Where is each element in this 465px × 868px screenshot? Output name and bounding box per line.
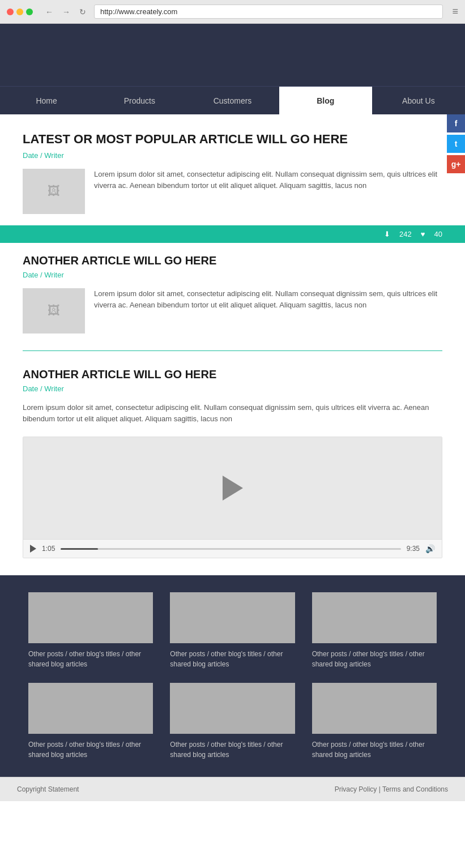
url-bar[interactable]	[94, 5, 443, 19]
related-label-2: Other posts / other blog's titles / othe…	[170, 649, 295, 669]
googleplus-button[interactable]: g+	[447, 155, 465, 173]
browser-menu-button[interactable]: ≡	[452, 6, 458, 18]
article-1-body: 🖼 Lorem ipsum dolor sit amet, consectetu…	[23, 169, 442, 214]
related-thumb-1	[28, 592, 153, 643]
related-label-6: Other posts / other blog's titles / othe…	[312, 739, 437, 760]
image-placeholder-icon-2: 🖼	[48, 303, 60, 318]
article-1-text: LATEST OR MOST POPULAR ARTICLE WILL GO H…	[23, 131, 442, 214]
nav-item-home[interactable]: Home	[0, 87, 93, 114]
article-2: ANOTHER ARTICLE WILL GO HERE Date / Writ…	[23, 254, 442, 333]
volume-icon[interactable]: 🔊	[425, 544, 435, 553]
footer-related: Other posts / other blog's titles / othe…	[0, 575, 465, 777]
related-thumb-5	[170, 683, 295, 734]
article-2-thumbnail: 🖼	[23, 288, 85, 333]
related-label-3: Other posts / other blog's titles / othe…	[312, 649, 437, 669]
video-main-area[interactable]	[23, 437, 442, 539]
current-time: 1:05	[42, 545, 55, 553]
progress-bar[interactable]	[61, 548, 400, 550]
download-icon: ⬇	[384, 230, 390, 238]
browser-chrome: ← → ↻ ≡	[0, 0, 465, 24]
refresh-button[interactable]: ↻	[76, 6, 89, 18]
image-placeholder-icon: 🖼	[48, 184, 60, 199]
related-thumb-2	[170, 592, 295, 643]
heart-icon: ♥	[421, 230, 425, 238]
article-2-body: 🖼 Lorem ipsum dolor sit amet, consectetu…	[23, 288, 442, 333]
nav-item-customers[interactable]: Customers	[186, 87, 279, 114]
forward-button[interactable]: →	[59, 6, 74, 18]
browser-navigation: ← → ↻	[42, 6, 89, 18]
related-posts-grid: Other posts / other blog's titles / othe…	[28, 592, 437, 760]
privacy-policy-link[interactable]: Privacy Policy	[335, 785, 377, 793]
article-2-title: ANOTHER ARTICLE WILL GO HERE	[23, 254, 442, 267]
article-2-body-text: Lorem ipsum dolor sit amet, consectetur …	[94, 288, 442, 333]
article-3-meta[interactable]: Date / Writer	[23, 384, 442, 393]
facebook-button[interactable]: f	[447, 114, 465, 132]
stats-bar: ⬇ 242 ♥ 40	[0, 225, 465, 243]
hero-banner	[0, 24, 465, 86]
twitter-button[interactable]: t	[447, 135, 465, 153]
play-button-large[interactable]	[223, 476, 243, 501]
navigation-bar: Home Products Customers Blog About Us	[0, 86, 465, 114]
related-thumb-3	[312, 592, 437, 643]
related-post-3[interactable]: Other posts / other blog's titles / othe…	[312, 592, 437, 669]
article-3-body-text: Lorem ipsum dolor sit amet, consectetur …	[23, 402, 442, 426]
maximize-dot[interactable]	[26, 8, 33, 15]
article-1-thumbnail: 🖼	[23, 169, 85, 214]
social-icons: f t g+	[447, 114, 465, 173]
related-label-4: Other posts / other blog's titles / othe…	[28, 739, 153, 760]
related-post-2[interactable]: Other posts / other blog's titles / othe…	[170, 592, 295, 669]
minimize-dot[interactable]	[16, 8, 23, 15]
article-1: LATEST OR MOST POPULAR ARTICLE WILL GO H…	[23, 131, 442, 214]
progress-fill	[61, 548, 98, 550]
related-label-5: Other posts / other blog's titles / othe…	[170, 739, 295, 760]
related-post-6[interactable]: Other posts / other blog's titles / othe…	[312, 683, 437, 760]
article-1-body-text: Lorem ipsum dolor sit amet, consectetur …	[94, 169, 442, 214]
bottom-bar: Copyright Statement Privacy Policy | Ter…	[0, 777, 465, 801]
related-post-1[interactable]: Other posts / other blog's titles / othe…	[28, 592, 153, 669]
footer-links: Privacy Policy | Terms and Conditions	[335, 785, 448, 793]
browser-traffic-lights	[7, 8, 33, 15]
article-divider	[23, 350, 442, 351]
close-dot[interactable]	[7, 8, 14, 15]
nav-item-about[interactable]: About Us	[372, 87, 465, 114]
related-label-1: Other posts / other blog's titles / othe…	[28, 649, 153, 669]
main-content: f t g+ LATEST OR MOST POPULAR ARTICLE WI…	[0, 114, 465, 575]
related-thumb-6	[312, 683, 437, 734]
article-2-meta[interactable]: Date / Writer	[23, 271, 442, 279]
terms-link[interactable]: Terms and Conditions	[382, 785, 448, 793]
nav-item-products[interactable]: Products	[93, 87, 186, 114]
play-button-small[interactable]	[30, 545, 36, 553]
article-1-meta[interactable]: Date / Writer	[23, 151, 442, 160]
article-3-title: ANOTHER ARTICLE WILL GO HERE	[23, 368, 442, 381]
video-controls: 1:05 9:35 🔊	[23, 539, 442, 558]
nav-item-blog[interactable]: Blog	[279, 87, 372, 114]
total-time: 9:35	[407, 545, 420, 553]
article-3: ANOTHER ARTICLE WILL GO HERE Date / Writ…	[23, 368, 442, 559]
video-player: 1:05 9:35 🔊	[23, 437, 442, 558]
back-button[interactable]: ←	[42, 6, 57, 18]
copyright: Copyright Statement	[17, 785, 79, 793]
download-count: 242	[399, 230, 412, 238]
related-post-4[interactable]: Other posts / other blog's titles / othe…	[28, 683, 153, 760]
related-post-5[interactable]: Other posts / other blog's titles / othe…	[170, 683, 295, 760]
related-thumb-4	[28, 683, 153, 734]
heart-count: 40	[434, 230, 442, 238]
article-1-title: LATEST OR MOST POPULAR ARTICLE WILL GO H…	[23, 131, 442, 148]
